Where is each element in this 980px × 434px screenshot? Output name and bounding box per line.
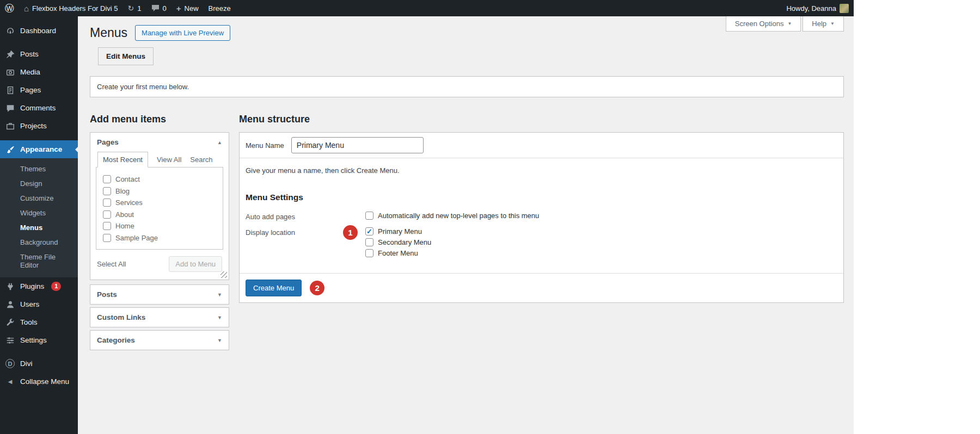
primary-menu-checkbox[interactable]	[365, 227, 373, 235]
appearance-brush-icon	[5, 144, 15, 154]
page-checkbox[interactable]	[103, 199, 111, 207]
location-primary-menu[interactable]: 1 Primary Menu	[365, 227, 837, 235]
add-to-menu-button[interactable]: Add to Menu	[169, 256, 222, 272]
settings-sliders-icon	[5, 335, 15, 345]
admin-bar-left: Ⓦ ⌂ Flexbox Headers For Divi 5 ↻ 1 0 + N…	[0, 0, 236, 16]
site-name-link[interactable]: ⌂ Flexbox Headers For Divi 5	[19, 0, 123, 16]
submenu-item-themes[interactable]: Themes	[0, 162, 78, 176]
sidebar-item-divi[interactable]: D Divi	[0, 355, 78, 373]
posts-panel: Posts ▼	[90, 284, 229, 305]
manage-with-live-preview-button[interactable]: Manage with Live Preview	[135, 25, 230, 41]
nav-tabs: Edit Menus	[90, 47, 844, 65]
footer-menu-checkbox[interactable]	[365, 249, 373, 257]
posts-panel-header[interactable]: Posts ▼	[90, 285, 229, 304]
categories-panel-header[interactable]: Categories ▼	[90, 331, 229, 350]
auto-add-pages-row: Auto add pages Automatically add new top…	[246, 212, 837, 222]
projects-icon	[5, 121, 15, 131]
pages-panel-header[interactable]: Pages ▲	[90, 133, 229, 152]
select-all-link[interactable]: Select All	[97, 260, 126, 268]
admin-content: Screen Options ▼ Help ▼ Menus Manage wit…	[78, 16, 854, 434]
page-checkbox[interactable]	[103, 210, 111, 219]
site-name: Flexbox Headers For Divi 5	[32, 4, 118, 13]
secondary-menu-checkbox[interactable]	[365, 238, 373, 246]
submenu-item-menus[interactable]: Menus	[0, 220, 78, 235]
location-footer-menu[interactable]: Footer Menu	[365, 249, 837, 257]
chevron-down-icon: ▼	[830, 21, 835, 26]
comments-link[interactable]: 0	[146, 0, 171, 16]
sidebar-item-media[interactable]: Media	[0, 63, 78, 81]
sidebar-item-posts[interactable]: Posts	[0, 45, 78, 63]
menu-name-row: Menu Name	[240, 133, 843, 158]
sidebar-item-dashboard[interactable]: Dashboard	[0, 22, 78, 40]
submenu-item-theme-file-editor[interactable]: Theme File Editor	[0, 250, 78, 272]
dashboard-icon	[5, 26, 15, 36]
page-checkbox[interactable]	[103, 222, 111, 230]
submenu-item-widgets[interactable]: Widgets	[0, 206, 78, 220]
display-location-row: Display location 1 Primary Menu	[246, 227, 837, 260]
sidebar-item-users[interactable]: Users	[0, 295, 78, 313]
wordpress-admin: Ⓦ ⌂ Flexbox Headers For Divi 5 ↻ 1 0 + N…	[0, 0, 854, 434]
tab-edit-menus[interactable]: Edit Menus	[98, 47, 154, 65]
submenu-item-background[interactable]: Background	[0, 235, 78, 250]
comments-count: 0	[163, 4, 167, 13]
updates-count: 1	[137, 4, 141, 13]
wordpress-logo-menu[interactable]: Ⓦ	[0, 0, 19, 16]
first-menu-notice: Create your first menu below.	[90, 76, 844, 97]
help-button[interactable]: Help ▼	[803, 16, 844, 32]
page-item-blog[interactable]: Blog	[103, 185, 216, 197]
create-menu-button[interactable]: Create Menu	[246, 280, 302, 296]
menu-name-input[interactable]	[291, 137, 424, 153]
sidebar-separator	[0, 40, 78, 45]
tools-wrench-icon	[5, 317, 15, 327]
page-item-contact[interactable]: Contact	[103, 173, 216, 185]
resize-handle[interactable]	[220, 271, 227, 278]
pages-panel: Pages ▲ Most Recent View All Search	[90, 132, 229, 280]
menus-layout: Add menu items Pages ▲ Most Recent View …	[90, 97, 844, 353]
comments-bubble-icon	[151, 4, 160, 12]
sidebar-item-pages[interactable]: Pages	[0, 81, 78, 99]
pages-tabs: Most Recent View All Search	[96, 152, 223, 167]
sidebar-item-appearance[interactable]: Appearance	[0, 140, 78, 158]
tab-view-all[interactable]: View All	[157, 152, 181, 167]
auto-add-pages-checkbox[interactable]	[365, 212, 373, 220]
page-item-about[interactable]: About	[103, 209, 216, 221]
sidebar-item-comments[interactable]: Comments	[0, 99, 78, 117]
page-checkbox[interactable]	[103, 234, 111, 242]
pages-panel-actions: Select All Add to Menu	[96, 250, 223, 276]
add-menu-items-column: Add menu items Pages ▲ Most Recent View …	[90, 97, 229, 353]
create-menu-row: Create Menu 2	[240, 273, 843, 302]
tab-search[interactable]: Search	[190, 152, 212, 167]
updates-link[interactable]: ↻ 1	[123, 0, 146, 16]
admin-frame: Dashboard Posts Media Pages	[0, 16, 854, 434]
sidebar-item-tools[interactable]: Tools	[0, 313, 78, 331]
plugins-update-badge: 1	[51, 282, 61, 291]
auto-add-pages-option[interactable]: Automatically add new top-level pages to…	[365, 212, 837, 220]
tab-most-recent[interactable]: Most Recent	[97, 152, 148, 168]
menu-settings-heading: Menu Settings	[246, 193, 837, 202]
custom-links-panel-header[interactable]: Custom Links ▼	[90, 308, 229, 327]
my-account-link[interactable]: Howdy, Deanna	[781, 0, 854, 16]
page-checkbox[interactable]	[103, 175, 111, 183]
collapse-arrow-icon: ◀	[5, 376, 15, 387]
page-item-services[interactable]: Services	[103, 197, 216, 209]
breeze-menu[interactable]: Breeze	[204, 0, 236, 16]
media-icon	[5, 67, 15, 77]
page-item-home[interactable]: Home	[103, 220, 216, 232]
new-content-link[interactable]: + New	[171, 0, 204, 16]
sidebar-item-settings[interactable]: Settings	[0, 331, 78, 349]
page-item-sample-page[interactable]: Sample Page	[103, 232, 216, 244]
submenu-item-design[interactable]: Design	[0, 176, 78, 191]
admin-bar: Ⓦ ⌂ Flexbox Headers For Divi 5 ↻ 1 0 + N…	[0, 0, 854, 16]
sidebar-item-projects[interactable]: Projects	[0, 117, 78, 135]
menu-name-hint: Give your menu a name, then click Create…	[246, 166, 837, 175]
sidebar-item-plugins[interactable]: Plugins 1	[0, 277, 78, 295]
plus-icon: +	[176, 4, 181, 13]
admin-sidebar: Dashboard Posts Media Pages	[0, 16, 78, 434]
howdy-label: Howdy, Deanna	[786, 4, 836, 13]
submenu-item-customize[interactable]: Customize	[0, 191, 78, 206]
step-2-annotation: 2	[310, 281, 324, 295]
page-checkbox[interactable]	[103, 187, 111, 195]
sidebar-item-collapse-menu[interactable]: ◀ Collapse Menu	[0, 373, 78, 390]
location-secondary-menu[interactable]: Secondary Menu	[365, 238, 837, 246]
screen-options-button[interactable]: Screen Options ▼	[726, 16, 801, 32]
